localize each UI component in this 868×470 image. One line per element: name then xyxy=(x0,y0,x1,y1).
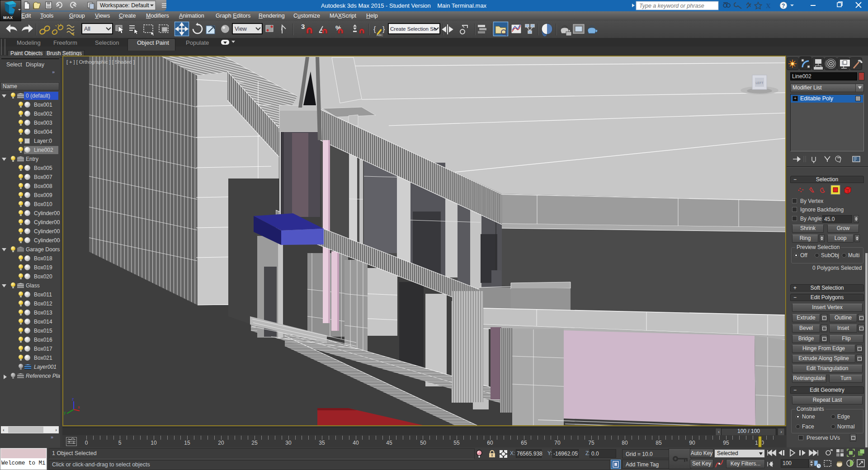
svg-text:x: x xyxy=(78,405,80,409)
svg-text:ABC: ABC xyxy=(377,33,383,37)
svg-text:Type a keyword or phrase: Type a keyword or phrase xyxy=(639,3,704,9)
svg-text:{: { xyxy=(373,25,376,33)
svg-text:?: ? xyxy=(782,3,785,9)
svg-text:X: X xyxy=(766,2,771,9)
svg-text:}: } xyxy=(382,25,385,33)
svg-text:[ + ] [ Orthographic ] [ Shade: [ + ] [ Orthographic ] [ Shaded ] xyxy=(66,59,135,65)
svg-text:y: y xyxy=(64,410,66,415)
svg-text:3: 3 xyxy=(301,23,305,30)
svg-text:Create Selection Se: Create Selection Se xyxy=(390,26,436,32)
svg-text:View: View xyxy=(235,26,247,32)
svg-text:LEFT: LEFT xyxy=(755,81,764,85)
svg-text:z: z xyxy=(72,397,74,401)
svg-text:Workspace: Default: Workspace: Default xyxy=(100,2,149,9)
svg-text:All: All xyxy=(84,26,90,32)
